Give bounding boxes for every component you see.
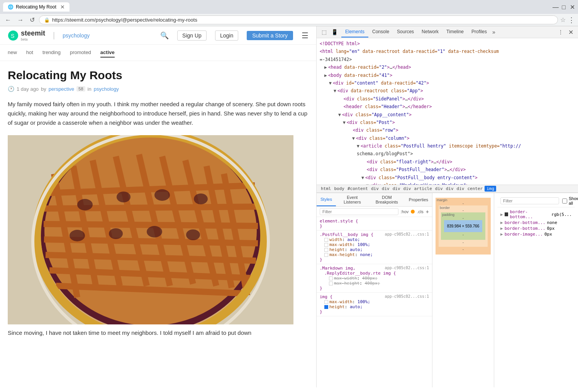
- nav-tab-trending[interactable]: trending: [42, 48, 61, 58]
- reload-button[interactable]: ↺: [28, 15, 37, 24]
- lock-icon: 🔒: [44, 17, 50, 23]
- tab-network[interactable]: Network: [418, 27, 442, 37]
- nav-tab-active[interactable]: active: [100, 48, 115, 58]
- tab-elements[interactable]: Elements: [341, 27, 368, 37]
- html-line: ▼<div class="MarkdownViewer Markdown">: [317, 182, 578, 185]
- category-link[interactable]: psychology: [63, 32, 90, 39]
- bottom-filter-input[interactable]: [500, 197, 559, 204]
- box-model-panel: margin - border - padding - 839.984 × 55…: [432, 193, 494, 387]
- svg-text:S: S: [11, 33, 14, 39]
- breadcrumb-center[interactable]: center: [466, 186, 484, 192]
- html-line: ▼<div class="App__content">: [317, 111, 578, 119]
- tab-favicon: 🌐: [8, 4, 14, 10]
- html-line: ▼<div data-reactroot class="App">: [317, 87, 578, 95]
- bookmark-button[interactable]: ☆: [560, 16, 566, 24]
- search-button[interactable]: 🔍: [160, 31, 169, 40]
- filter-cls-button[interactable]: .cls: [417, 209, 424, 214]
- tabs-more-button[interactable]: »: [491, 27, 497, 37]
- breadcrumb-div6[interactable]: div: [445, 186, 455, 192]
- html-line: <html lang="en" data-reactroot data-reac…: [317, 48, 578, 55]
- devtools-close-button[interactable]: ✕: [567, 27, 575, 37]
- expand-icon[interactable]: ▶: [500, 212, 503, 217]
- nav-tab-hot[interactable]: hot: [26, 48, 33, 58]
- tab-timeline[interactable]: Timeline: [442, 27, 468, 37]
- signup-button[interactable]: Sign Up: [177, 31, 207, 41]
- article-time: 1 day ago: [17, 86, 39, 92]
- devtools-icons: ⬚ 📱: [320, 26, 340, 38]
- login-button[interactable]: Login: [215, 31, 238, 41]
- styles-tab-dom-breakpoints[interactable]: DOM Breakpoints: [369, 193, 405, 206]
- tab-console[interactable]: Console: [368, 27, 393, 37]
- breadcrumb-html[interactable]: html: [320, 186, 332, 192]
- html-line: ▼<div class="PostFull__body entry-conten…: [317, 174, 578, 182]
- breadcrumb-div7[interactable]: div: [456, 186, 466, 192]
- styles-panel: Styles Event Listeners DOM Breakpoints P…: [317, 193, 432, 387]
- filter-dot-button[interactable]: [411, 210, 415, 214]
- html-line: <div class="float-right">…</div>: [317, 158, 578, 166]
- tab-close-button[interactable]: ✕: [60, 4, 65, 10]
- html-line: <div class="SidePanel">…</div>: [317, 95, 578, 103]
- svg-point-25: [194, 193, 208, 204]
- breadcrumb-article[interactable]: article: [413, 186, 433, 192]
- breadcrumb-div5[interactable]: div: [434, 186, 444, 192]
- device-toolbar-button[interactable]: 📱: [329, 28, 340, 36]
- window-controls: — □ ✕: [553, 4, 575, 10]
- box-model-diagram: margin - border - padding - 839.984 × 55…: [436, 198, 491, 255]
- breadcrumb-div4[interactable]: div: [402, 186, 412, 192]
- close-button[interactable]: ✕: [570, 4, 575, 10]
- filter-pseudo-button[interactable]: :hov: [401, 209, 409, 214]
- submit-story-button[interactable]: Submit a Story: [247, 31, 293, 40]
- meta-in: in: [88, 86, 92, 92]
- styles-filter-input[interactable]: [320, 208, 398, 215]
- forward-button[interactable]: →: [15, 16, 25, 24]
- styles-tab-properties[interactable]: Properties: [405, 193, 432, 206]
- nav-tab-promoted[interactable]: promoted: [70, 48, 91, 58]
- author-link[interactable]: perspective: [49, 86, 74, 92]
- box-margin: margin - border - padding - 839.984 × 55…: [436, 198, 491, 255]
- html-line: <!DOCTYPE html>: [317, 40, 578, 48]
- expand-icon[interactable]: ▶: [500, 220, 503, 225]
- breadcrumb-content[interactable]: #content: [346, 186, 369, 192]
- html-line: ▼<div id="content" data-reactid="42">: [317, 79, 578, 87]
- nav-tab-new[interactable]: new: [8, 48, 17, 58]
- show-all-checkbox[interactable]: [562, 199, 567, 204]
- box-content: 839.984 × 559.766: [444, 220, 482, 232]
- css-props-list: ▶ border-bottom... rgb(5... ▶ border-bot…: [497, 207, 575, 239]
- article-category-link[interactable]: psychology: [94, 86, 119, 92]
- styles-tab-event-listeners[interactable]: Event Listeners: [336, 193, 369, 206]
- css-rule-img: img { app-c985c02...css:1 max-width: 100…: [317, 293, 432, 316]
- svg-point-28: [147, 226, 162, 238]
- browser-tab[interactable]: 🌐 Relocating My Root ✕: [3, 2, 69, 12]
- main-layout: S steemit beta | psychology 🔍 Sign Up Lo…: [0, 26, 578, 387]
- svg-point-23: [117, 192, 131, 202]
- margin-top: -: [463, 202, 464, 205]
- filter-add-button[interactable]: +: [426, 209, 429, 215]
- address-bar[interactable]: 🔒 https://steemit.com/psychology/@perspe…: [39, 15, 558, 24]
- hamburger-menu-button[interactable]: ☰: [302, 31, 308, 40]
- breadcrumb-div2[interactable]: div: [381, 186, 391, 192]
- back-button[interactable]: ←: [3, 16, 13, 24]
- styles-tab-styles[interactable]: Styles: [317, 193, 336, 206]
- expand-icon[interactable]: ▶: [500, 226, 503, 231]
- inspect-element-button[interactable]: ⬚: [320, 28, 329, 36]
- site-nav: new hot trending promoted active: [0, 45, 316, 61]
- css-rule-markdown-img: .Markdown img, app-c985c02...css:1 .Repl…: [317, 264, 432, 293]
- maximize-button[interactable]: □: [561, 4, 566, 10]
- breadcrumb-div3[interactable]: div: [392, 186, 402, 192]
- html-source-panel: <!DOCTYPE html> <html lang="en" data-rea…: [317, 38, 578, 185]
- devtools-settings-button[interactable]: ⋮: [556, 27, 565, 37]
- breadcrumb-img[interactable]: img: [485, 186, 496, 192]
- website-content: S steemit beta | psychology 🔍 Sign Up Lo…: [0, 26, 317, 387]
- show-all-label[interactable]: Show all: [562, 196, 578, 205]
- expand-icon[interactable]: ▶: [500, 232, 503, 237]
- breadcrumb-div1[interactable]: div: [370, 186, 380, 192]
- svg-line-17: [44, 224, 258, 226]
- breadcrumb-body[interactable]: body: [333, 186, 346, 192]
- box-padding: padding - 839.984 × 559.766 -: [441, 212, 485, 240]
- css-prop-row: ▶ border-bottom... rgb(5...: [500, 209, 572, 220]
- tab-sources[interactable]: Sources: [393, 27, 418, 37]
- browser-menu-button[interactable]: ⋮: [568, 16, 575, 24]
- tab-profiles[interactable]: Profiles: [468, 27, 491, 37]
- html-line: ▶<head data-reactid="2">…</head>: [317, 63, 578, 71]
- minimize-button[interactable]: —: [553, 4, 558, 10]
